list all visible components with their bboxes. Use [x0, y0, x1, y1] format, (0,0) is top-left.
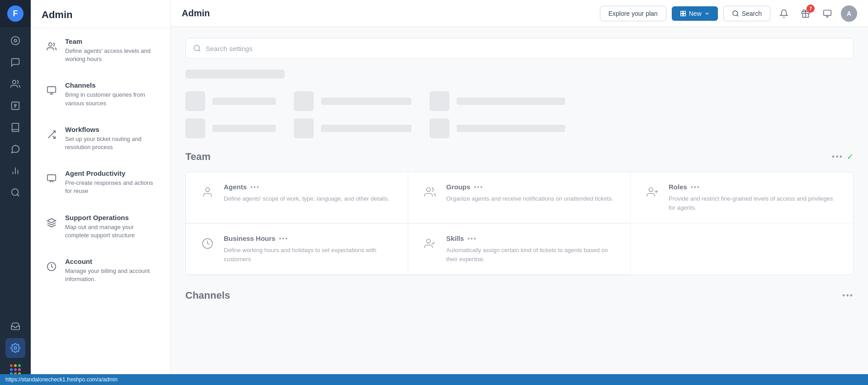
nav-item-inbox[interactable] [5, 316, 25, 336]
skills-card[interactable]: Skills ••• Automatically assign certain … [408, 223, 631, 275]
support-operations-icon [43, 215, 60, 231]
roles-title: Roles [669, 183, 687, 191]
business-hours-card[interactable]: Business Hours ••• Define working hours … [186, 223, 408, 275]
helpdesk-icon [823, 9, 832, 18]
search-settings-placeholder: Search settings [206, 45, 252, 52]
groups-dots[interactable]: ••• [474, 183, 483, 191]
team-section-dots[interactable]: ••• [832, 152, 843, 162]
skills-title-row: Skills ••• [446, 235, 618, 242]
content-area: Search settings [171, 27, 868, 385]
skeleton-line-2 [321, 98, 411, 105]
sidebar-item-team[interactable]: Team Define agents' access levels and wo… [34, 30, 167, 70]
agents-dots[interactable]: ••• [250, 183, 260, 191]
business-hours-desc: Define working hours and holidays to set… [224, 246, 395, 263]
agents-title-row: Agents ••• [224, 183, 389, 191]
svg-rect-21 [683, 14, 685, 16]
sidebar-channels-text: Channels Bring in customer queries from … [65, 81, 158, 107]
team-cards-grid: Agents ••• Define agents' scope of work,… [186, 172, 853, 275]
svg-rect-26 [824, 10, 831, 15]
status-url: https://standalonecheck1.freshpo.com/a/a… [5, 376, 118, 383]
skeleton-sq-3 [429, 91, 449, 111]
sidebar-item-workflows[interactable]: Workflows Set up your ticket routing and… [34, 118, 167, 159]
skills-title: Skills [446, 235, 464, 242]
channels-section-dots[interactable]: ••• [842, 291, 854, 300]
svg-point-22 [733, 11, 738, 16]
nav-item-reports[interactable] [5, 96, 25, 116]
nav-item-analytics[interactable] [5, 161, 25, 181]
sidebar-item-support-operations[interactable]: Support Operations Map out and manage yo… [34, 207, 167, 247]
svg-point-10 [49, 43, 52, 46]
svg-point-0 [11, 37, 19, 45]
roles-title-row: Roles ••• [669, 183, 840, 191]
svg-point-31 [206, 188, 210, 192]
team-section-header: Team ••• ✓ [185, 151, 854, 163]
grid-dots-icon [10, 364, 21, 375]
svg-point-1 [14, 39, 17, 42]
groups-desc: Organize agents and receive notification… [446, 194, 613, 203]
channels-section-header: Channels ••• [185, 290, 854, 301]
user-avatar[interactable]: A [841, 5, 857, 22]
nav-item-settings[interactable] [5, 338, 25, 358]
team-cards-container: Agents ••• Define agents' scope of work,… [185, 172, 854, 275]
svg-point-37 [426, 239, 430, 243]
search-settings-bar[interactable]: Search settings [185, 38, 854, 59]
nav-item-kb[interactable] [5, 117, 25, 137]
sidebar-agent-productivity-text: Agent Productivity Pre-create responses … [65, 169, 158, 195]
svg-line-23 [737, 15, 738, 16]
new-button[interactable]: New [672, 6, 718, 21]
sidebar-item-agent-productivity[interactable]: Agent Productivity Pre-create responses … [34, 162, 167, 202]
roles-card[interactable]: Roles ••• Provide and restrict fine-grai… [631, 172, 853, 223]
skeleton-line-6 [457, 125, 565, 132]
helpdesk-icon-button[interactable] [819, 5, 835, 22]
search-icon [732, 10, 739, 17]
nav-item-chat[interactable] [5, 139, 25, 159]
gift-icon-button[interactable]: 7 [797, 5, 814, 22]
nav-item-conversations[interactable] [5, 52, 25, 72]
team-icon [43, 38, 60, 55]
sidebar: Admin Team Define agents' access levels … [31, 0, 171, 385]
team-section-actions: ••• ✓ [832, 152, 854, 162]
channels-section-title: Channels [185, 290, 230, 301]
nav-item-contacts[interactable] [5, 74, 25, 94]
sidebar-account-text: Account Manage your billing and account … [65, 258, 158, 283]
nav-logo[interactable]: F [0, 0, 31, 27]
search-button[interactable]: Search [723, 6, 770, 21]
skeleton-sq-1 [185, 91, 205, 111]
notification-bell[interactable] [776, 5, 792, 22]
business-hours-dots[interactable]: ••• [279, 235, 288, 242]
bell-icon [779, 9, 788, 18]
page-title: Admin [182, 8, 210, 19]
roles-desc: Provide and restrict fine-grained levels… [669, 194, 840, 212]
sidebar-workflows-text: Workflows Set up your ticket routing and… [65, 126, 158, 151]
skeleton-row-1 [185, 91, 854, 111]
explore-plan-button[interactable]: Explore your plan [600, 6, 666, 21]
nav-item-home[interactable] [5, 31, 25, 51]
skeleton-sq-5 [294, 118, 314, 138]
skeleton-line-3 [457, 98, 565, 105]
sidebar-item-channels[interactable]: Channels Bring in customer queries from … [34, 74, 167, 114]
team-section-title: Team [185, 151, 211, 163]
svg-rect-16 [47, 175, 56, 181]
team-section-check: ✓ [847, 152, 854, 162]
svg-rect-11 [47, 87, 56, 93]
business-hours-icon [198, 235, 217, 253]
skeleton-line-1 [212, 98, 276, 105]
skeleton-sq-6 [429, 118, 449, 138]
nav-items [0, 27, 31, 316]
svg-rect-19 [683, 11, 685, 13]
groups-title-row: Groups ••• [446, 183, 613, 191]
channels-icon [43, 82, 60, 99]
skills-desc: Automatically assign certain kind of tic… [446, 246, 618, 263]
nav-item-search[interactable] [5, 183, 25, 202]
account-icon [43, 258, 60, 275]
new-icon [680, 10, 686, 17]
agents-card[interactable]: Agents ••• Define agents' scope of work,… [186, 172, 408, 223]
svg-point-9 [14, 347, 17, 349]
skeleton-sq-2 [294, 91, 314, 111]
sidebar-item-account[interactable]: Account Manage your billing and account … [34, 250, 167, 291]
sidebar-team-text: Team Define agents' access levels and wo… [65, 38, 158, 63]
skills-dots[interactable]: ••• [467, 235, 477, 242]
roles-dots[interactable]: ••• [691, 183, 700, 191]
groups-card[interactable]: Groups ••• Organize agents and receive n… [408, 172, 631, 223]
sidebar-title: Admin [31, 0, 170, 28]
